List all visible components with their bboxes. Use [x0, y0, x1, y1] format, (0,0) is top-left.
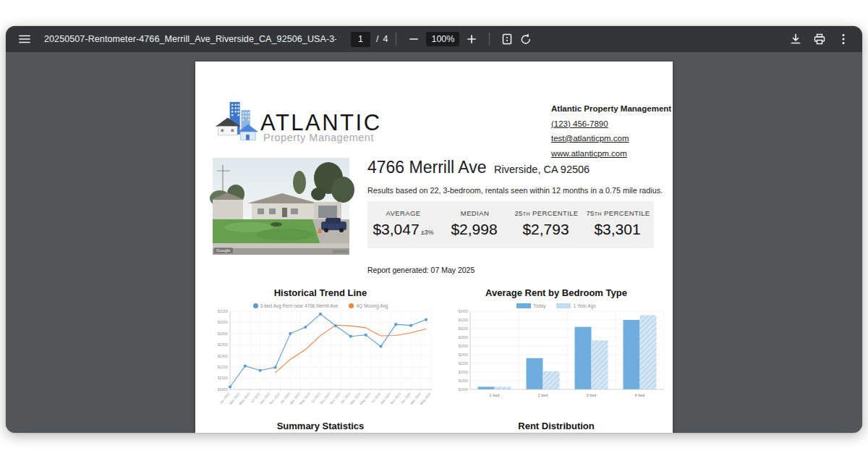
stat-25th-percentile: 25TH PERCENTILE $2,793 [511, 201, 582, 248]
email-link[interactable]: test@atlanticpm.com [551, 135, 671, 143]
fit-page-button[interactable] [498, 30, 516, 48]
svg-text:$2600: $2600 [459, 345, 469, 348]
download-button[interactable] [786, 30, 805, 48]
download-icon [789, 33, 802, 46]
rent-by-bedroom-plot: Today1 Year Ago$1600$1800$2000$2200$2400… [443, 303, 670, 407]
toolbar-divider [396, 33, 396, 46]
svg-text:4 bed: 4 bed [635, 393, 645, 397]
historical-trend-chart: Historical Trend Line 3-bed Avg Rent nea… [204, 287, 437, 407]
report-generated-date: Report generated: 07 May 2025 [367, 266, 475, 274]
kebab-menu-icon [837, 33, 850, 46]
page-number-input[interactable] [351, 32, 370, 47]
pdf-viewer-window: 20250507-Rentometer-4766_Merrill_Ave_Riv… [6, 26, 862, 433]
zoom-out-button[interactable] [404, 30, 423, 48]
page-controls: / 4 [351, 32, 388, 47]
svg-text:$2400: $2400 [459, 353, 469, 357]
print-icon [813, 33, 826, 46]
stat-average: AVERAGE $3,047±3% [367, 201, 439, 248]
stat-median: MEDIAN $2,998 [439, 201, 511, 248]
website-link[interactable]: www.atlanticpm.com [551, 150, 671, 159]
zoom-in-button[interactable] [462, 30, 481, 48]
results-note: Results based on 22, 3-bedroom, rentals … [367, 186, 663, 195]
chart-title: Average Rent by Bedroom Type [443, 287, 670, 298]
stat-value: $3,047 [373, 221, 419, 237]
svg-text:May 2024: May 2024 [359, 392, 372, 405]
svg-text:$3400: $3400 [459, 310, 469, 313]
toolbar-right-group [786, 30, 853, 48]
stat-label: AVERAGE [386, 209, 420, 217]
summary-statistics-title: Summary Statistics [204, 421, 437, 431]
property-location: Riverside, CA 92506 [494, 164, 590, 175]
svg-text:$2800: $2800 [459, 336, 469, 339]
more-options-button[interactable] [834, 30, 853, 48]
photo-watermark: Google [216, 248, 231, 253]
page-separator: / [376, 34, 378, 44]
svg-text:May 2022: May 2022 [239, 392, 251, 405]
svg-text:$3000: $3000 [218, 320, 228, 324]
svg-text:$2600: $2600 [218, 342, 228, 347]
svg-text:$2400: $2400 [218, 354, 228, 358]
svg-text:1 bed: 1 bed [490, 393, 500, 397]
chart-title: Historical Trend Line [204, 287, 437, 298]
rent-by-bedroom-chart: Average Rent by Bedroom Type Today1 Year… [443, 287, 670, 407]
pdf-viewport[interactable]: ATLANTIC Property Management Atlantic Pr… [6, 52, 862, 433]
svg-text:$3200: $3200 [459, 318, 469, 322]
rent-stats-box: AVERAGE $3,047±3% MEDIAN $2,998 25TH PER… [367, 201, 654, 248]
hamburger-icon [18, 33, 31, 46]
stat-label: 75 [586, 209, 594, 217]
svg-text:3 bed: 3 bed [587, 393, 597, 397]
svg-text:$2200: $2200 [218, 365, 228, 369]
svg-text:$2200: $2200 [459, 362, 469, 366]
svg-text:$2000: $2000 [459, 371, 469, 374]
company-name: Atlantic Property Management [551, 105, 671, 114]
report-page: ATLANTIC Property Management Atlantic Pr… [195, 62, 673, 433]
historical-trend-plot: 3-bed Avg Rent near 4766 Merrill Ave4Q M… [204, 303, 437, 407]
stat-value: $2,998 [451, 221, 497, 237]
zoom-level: 100% [426, 32, 459, 46]
rotate-button[interactable] [516, 30, 535, 48]
plus-icon [466, 33, 477, 45]
property-address: 4766 Merrill Ave [367, 158, 487, 177]
property-title: 4766 Merrill Ave Riverside, CA 92506 [367, 158, 590, 177]
rent-distribution-title: Rent Distribution [443, 421, 670, 431]
toolbar-divider [489, 33, 490, 46]
atlantic-logo-icon [215, 100, 258, 145]
document-title: 20250507-Rentometer-4766_Merrill_Ave_Riv… [44, 34, 336, 44]
stat-75th-percentile: 75TH PERCENTILE $3,301 [582, 201, 654, 248]
svg-text:$3200: $3200 [218, 309, 228, 313]
svg-text:2 bed: 2 bed [538, 393, 548, 397]
stat-value: $2,793 [522, 221, 569, 237]
svg-text:$2800: $2800 [218, 332, 228, 336]
pdf-toolbar: 20250507-Rentometer-4766_Merrill_Ave_Riv… [6, 26, 862, 52]
logo-subtitle: Property Management [263, 132, 382, 143]
stat-label: MEDIAN [461, 209, 489, 217]
svg-text:May 2023: May 2023 [299, 392, 311, 405]
print-button[interactable] [810, 30, 829, 48]
svg-text:$2000: $2000 [218, 376, 228, 380]
rotate-icon [519, 33, 532, 46]
svg-text:$1600: $1600 [459, 388, 469, 392]
svg-text:$1800: $1800 [459, 379, 469, 383]
stat-label: 25 [514, 209, 522, 217]
logo-title: ATLANTIC [260, 111, 382, 134]
menu-button[interactable] [15, 30, 34, 48]
phone-link[interactable]: (123) 456-7890 [551, 120, 671, 129]
stat-variance: ±3% [421, 229, 434, 236]
property-photo: Google [213, 158, 349, 255]
company-logo: ATLANTIC Property Management [215, 100, 382, 145]
fit-page-icon [501, 33, 514, 46]
minus-icon [408, 33, 420, 45]
svg-text:$3000: $3000 [459, 327, 469, 331]
svg-text:$1800: $1800 [218, 387, 228, 392]
contact-block: Atlantic Property Management (123) 456-7… [551, 105, 671, 158]
page-total: 4 [383, 34, 388, 44]
svg-text:May 2025: May 2025 [420, 392, 432, 405]
stat-value: $3,301 [594, 221, 640, 237]
